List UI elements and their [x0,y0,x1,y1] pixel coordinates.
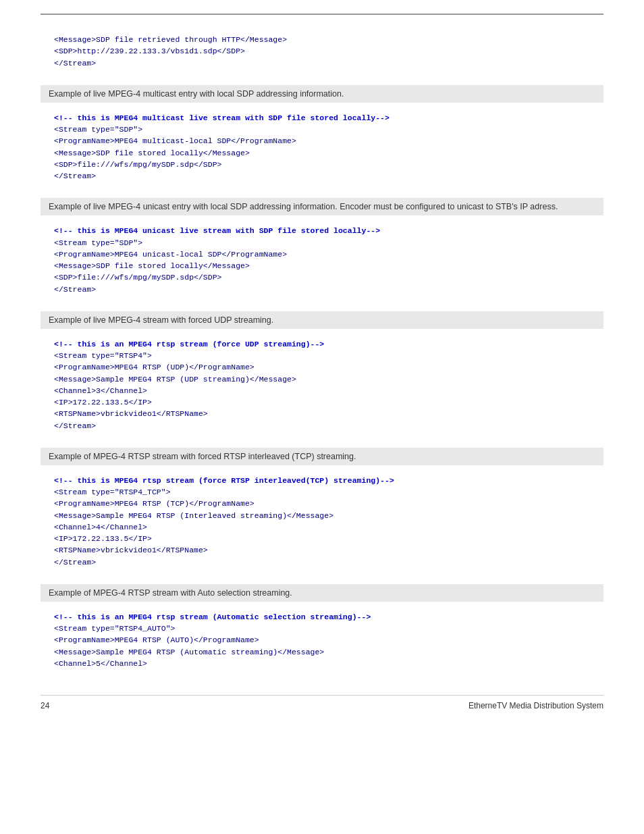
code-line: <ProgramName>MPEG4 RTSP (UDP)</ProgramNa… [54,361,603,373]
page-number: 24 [41,701,49,710]
code-block-mpeg4-multicast-local: <!-- this is MPEG4 multicast live stream… [41,107,603,188]
code-comment-line: <!-- this is an MPEG4 rtsp stream (force… [54,338,603,350]
code-line: <IP>172.22.133.5</IP> [54,396,603,408]
section-mpeg4-rtsp-auto: Example of MPEG-4 RTSP stream with Auto … [41,584,603,675]
code-line: </Stream> [54,284,603,295]
section-mpeg4-multicast-local: Example of live MPEG-4 multicast entry w… [41,85,603,188]
description-mpeg4-multicast-local: Example of live MPEG-4 multicast entry w… [41,85,603,103]
code-line: <Stream type="RTSP4_AUTO"> [54,623,603,634]
code-line: <Stream type="SDP"> [54,237,603,249]
code-line: <Message>SDP file retrieved through HTTP… [54,34,603,45]
code-line: <ProgramName>MPEG4 RTSP (AUTO)</ProgramN… [54,634,603,646]
code-line: <RTSPName>vbrickvideo1</RTSPName> [54,544,603,556]
section-mpeg4-unicast-local: Example of live MPEG-4 unicast entry wit… [41,198,603,301]
code-line: </Stream> [54,556,603,568]
code-block-mpeg4-unicast-local: <!-- this is MPEG4 unicast live stream w… [41,219,603,301]
code-line: <SDP>file:///wfs/mpg/mySDP.sdp</SDP> [54,159,603,170]
code-line: <Message>Sample MPEG4 RTSP (Automatic st… [54,646,603,658]
code-line: <Message>SDP file stored locally</Messag… [54,147,603,159]
code-line: <SDP>http://239.22.133.3/vbs1d1.sdp</SDP… [54,45,603,57]
section-intro: <Message>SDP file retrieved through HTTP… [41,28,603,74]
code-line: <IP>172.22.133.5</IP> [54,533,603,544]
code-line: <Channel>3</Channel> [54,385,603,396]
code-line: <RTSPName>vbrickvideo1</RTSPName> [54,408,603,419]
code-line: <Channel>4</Channel> [54,521,603,533]
code-line: <ProgramName>MPEG4 RTSP (TCP)</ProgramNa… [54,498,603,509]
description-mpeg4-unicast-local: Example of live MPEG-4 unicast entry wit… [41,198,603,215]
code-comment-line: <!-- this is MPEG4 multicast live stream… [54,112,603,124]
page-footer: 24 EtherneTV Media Distribution System [41,695,603,710]
code-block-mpeg4-rtsp-auto: <!-- this is an MPEG4 rtsp stream (Autom… [41,606,603,675]
code-block-mpeg4-rtsp-udp: <!-- this is an MPEG4 rtsp stream (force… [41,333,603,437]
code-line: <ProgramName>MPEG4 unicast-local SDP</Pr… [54,249,603,260]
description-mpeg4-rtsp-tcp: Example of MPEG-4 RTSP stream with force… [41,448,603,465]
code-comment-line: <!-- this is MPEG4 unicast live stream w… [54,225,603,236]
intro-code-block: <Message>SDP file retrieved through HTTP… [41,28,603,74]
code-comment-line: <!-- this is MPEG4 rtsp stream (force RT… [54,475,603,486]
code-comment-line: <!-- this is an MPEG4 rtsp stream (Autom… [54,611,603,623]
code-line: <Message>Sample MPEG4 RTSP (Interleaved … [54,510,603,521]
code-line: <SDP>file:///wfs/mpg/mySDP.sdp</SDP> [54,271,603,283]
code-line: <Stream type="RTSP4_TCP"> [54,486,603,498]
page-container: <Message>SDP file retrieved through HTTP… [0,0,644,834]
code-line: </Stream> [54,57,603,69]
code-line: <Message>Sample MPEG4 RTSP (UDP streamin… [54,373,603,385]
description-mpeg4-rtsp-udp: Example of live MPEG-4 stream with force… [41,311,603,329]
code-line: <ProgramName>MPEG4 multicast-local SDP</… [54,135,603,147]
code-line: <Channel>5</Channel> [54,658,603,669]
code-line: <Message>SDP file stored locally</Messag… [54,260,603,271]
brand-text: EtherneTV Media Distribution System [468,701,603,710]
code-line: </Stream> [54,420,603,432]
code-line: </Stream> [54,170,603,182]
code-block-mpeg4-rtsp-tcp: <!-- this is MPEG4 rtsp stream (force RT… [41,469,603,573]
code-line: <Stream type="SDP"> [54,124,603,135]
section-mpeg4-rtsp-tcp: Example of MPEG-4 RTSP stream with force… [41,448,603,573]
code-line: <Stream type="RTSP4"> [54,350,603,361]
description-mpeg4-rtsp-auto: Example of MPEG-4 RTSP stream with Auto … [41,584,603,602]
top-divider [41,14,603,15]
section-mpeg4-rtsp-udp: Example of live MPEG-4 stream with force… [41,311,603,437]
